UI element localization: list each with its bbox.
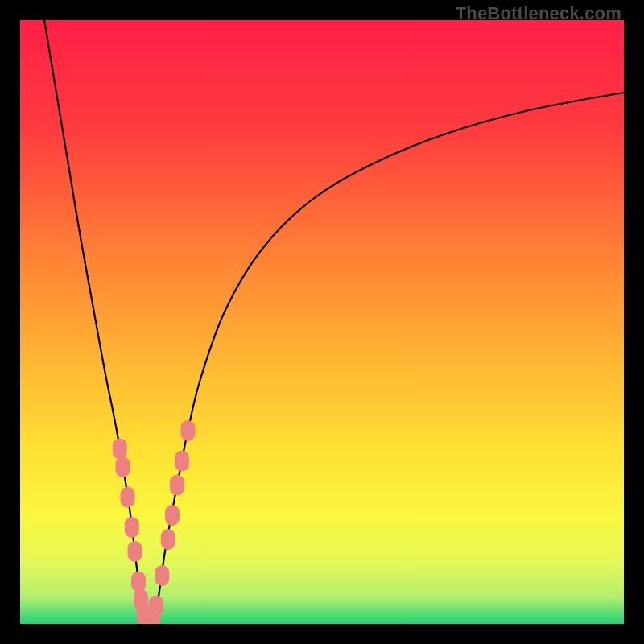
data-marker bbox=[165, 505, 180, 526]
data-marker bbox=[181, 420, 196, 441]
data-marker bbox=[121, 487, 135, 508]
outer-frame: TheBottleneck.com bbox=[0, 0, 644, 644]
data-marker bbox=[128, 541, 142, 562]
data-marker bbox=[155, 565, 169, 586]
plot-area bbox=[20, 20, 624, 624]
data-marker bbox=[113, 439, 127, 460]
data-marker bbox=[175, 451, 189, 472]
data-marker bbox=[149, 596, 163, 617]
chart-svg bbox=[20, 20, 624, 624]
data-marker bbox=[161, 529, 175, 550]
watermark-text: TheBottleneck.com bbox=[456, 3, 621, 24]
data-marker bbox=[170, 475, 184, 496]
data-marker bbox=[116, 456, 130, 477]
data-marker bbox=[125, 517, 139, 538]
data-marker bbox=[131, 572, 146, 592]
marker-group bbox=[113, 420, 196, 624]
